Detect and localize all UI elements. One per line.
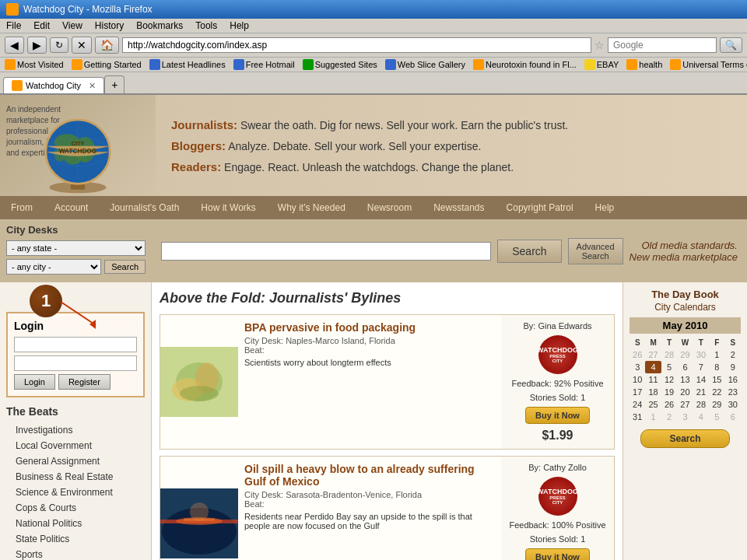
cal-day[interactable]: 2: [661, 411, 677, 423]
cal-day[interactable]: 13: [677, 373, 693, 386]
beat-investigations[interactable]: Investigations: [6, 422, 145, 438]
bookmark-ebay[interactable]: EBAY: [584, 59, 619, 70]
buy-button[interactable]: Buy it Now: [525, 407, 590, 424]
beat-state[interactable]: State Politics: [6, 531, 145, 547]
cal-day[interactable]: 18: [645, 386, 661, 398]
cal-day[interactable]: 7: [693, 361, 709, 373]
cal-day[interactable]: 27: [677, 398, 693, 411]
nav-from[interactable]: From: [0, 196, 44, 219]
nav-help[interactable]: Help: [584, 196, 626, 219]
login-button[interactable]: Login: [14, 374, 55, 390]
cal-day[interactable]: 20: [677, 386, 693, 398]
home-button[interactable]: 🏠: [95, 37, 119, 54]
register-button[interactable]: Register: [58, 374, 110, 390]
reload-button[interactable]: ↻: [50, 37, 68, 53]
back-button[interactable]: ◀: [5, 37, 24, 54]
cal-day[interactable]: 25: [645, 398, 661, 411]
bookmark-suggested[interactable]: Suggested Sites: [303, 59, 377, 70]
beat-general-assignment[interactable]: General Assignment: [6, 453, 145, 469]
beat-science[interactable]: Science & Environment: [6, 485, 145, 500]
forward-button[interactable]: ▶: [27, 37, 47, 54]
menu-view[interactable]: View: [62, 20, 82, 31]
cal-day[interactable]: 1: [709, 348, 724, 361]
cal-day[interactable]: 29: [677, 348, 693, 361]
cal-day[interactable]: 28: [661, 348, 677, 361]
state-select[interactable]: - any state -: [6, 240, 146, 256]
cal-day[interactable]: 12: [661, 373, 677, 386]
bookmark-universal[interactable]: Universal Terms of: [670, 59, 747, 70]
nav-how-it-works[interactable]: How it Works: [190, 196, 266, 219]
bookmark-headlines[interactable]: Latest Headlines: [149, 59, 226, 70]
cal-day[interactable]: 5: [661, 361, 677, 373]
nav-why-needed[interactable]: Why it's Needed: [267, 196, 356, 219]
menu-help[interactable]: Help: [230, 20, 249, 31]
cal-day[interactable]: 24: [630, 398, 645, 411]
bookmark-most-visited[interactable]: Most Visited: [5, 59, 64, 70]
password-input[interactable]: [14, 355, 137, 371]
bookmark-getting-started[interactable]: Getting Started: [72, 59, 142, 70]
calendar-search-button[interactable]: Search: [640, 429, 729, 448]
cal-day[interactable]: 30: [725, 398, 741, 411]
menu-bookmarks[interactable]: Bookmarks: [136, 20, 183, 31]
menu-file[interactable]: File: [6, 20, 21, 31]
advanced-search-button[interactable]: AdvancedSearch: [568, 238, 623, 264]
menu-tools[interactable]: Tools: [195, 20, 217, 31]
nav-newsroom[interactable]: Newsroom: [356, 196, 423, 219]
beat-cops[interactable]: Cops & Courts: [6, 500, 145, 516]
cal-day[interactable]: 4: [693, 411, 709, 423]
address-bar[interactable]: [122, 37, 591, 53]
cal-day[interactable]: 26: [661, 398, 677, 411]
city-search-button[interactable]: Search: [104, 260, 146, 274]
bookmark-hotmail[interactable]: Free Hotmail: [233, 59, 295, 70]
nav-newsstands[interactable]: Newsstands: [423, 196, 495, 219]
cal-day[interactable]: 21: [693, 386, 709, 398]
cal-day[interactable]: 3: [677, 411, 693, 423]
browser-search-button[interactable]: 🔍: [720, 37, 742, 53]
nav-oath[interactable]: Journalist's Oath: [99, 196, 190, 219]
cal-day[interactable]: 11: [645, 373, 661, 386]
buy-button[interactable]: Buy it Now: [525, 548, 590, 560]
cal-day[interactable]: 14: [693, 373, 709, 386]
cal-day[interactable]: 8: [709, 361, 724, 373]
cal-day[interactable]: 26: [630, 348, 645, 361]
bookmark-health[interactable]: health: [626, 59, 662, 70]
cal-day[interactable]: 6: [677, 361, 693, 373]
cal-day[interactable]: 27: [645, 348, 661, 361]
bookmark-webslice[interactable]: Web Slice Gallery: [385, 59, 465, 70]
cal-day[interactable]: 29: [709, 398, 724, 411]
main-search-button[interactable]: Search: [497, 240, 561, 263]
beat-national[interactable]: National Politics: [6, 516, 145, 531]
username-input[interactable]: [14, 337, 137, 352]
stop-button[interactable]: ✕: [72, 37, 92, 54]
new-tab-button[interactable]: +: [104, 75, 124, 93]
cal-day[interactable]: 30: [693, 348, 709, 361]
cal-day[interactable]: 1: [645, 411, 661, 423]
cal-day[interactable]: 9: [725, 361, 741, 373]
tab-close-icon[interactable]: ✕: [89, 81, 96, 91]
menu-history[interactable]: History: [95, 20, 124, 31]
cal-day[interactable]: 16: [725, 373, 741, 386]
cal-day[interactable]: 28: [693, 398, 709, 411]
main-search-input[interactable]: [161, 242, 491, 261]
city-select[interactable]: - any city -: [6, 259, 101, 275]
cal-day[interactable]: 10: [630, 373, 645, 386]
cal-day[interactable]: 31: [630, 411, 645, 423]
cal-day[interactable]: 19: [661, 386, 677, 398]
cal-day[interactable]: 23: [725, 386, 741, 398]
bookmark-star-icon[interactable]: ☆: [594, 39, 605, 51]
article-title[interactable]: BPA pervasive in food packaging: [244, 321, 495, 334]
cal-day[interactable]: 2: [725, 348, 741, 361]
cal-day[interactable]: 17: [630, 386, 645, 398]
menu-edit[interactable]: Edit: [33, 20, 50, 31]
nav-account[interactable]: Account: [44, 196, 99, 219]
cal-day-today[interactable]: 4: [645, 361, 661, 373]
beat-sports[interactable]: Sports: [6, 547, 145, 560]
nav-copyright[interactable]: Copyright Patrol: [496, 196, 584, 219]
browser-search-input[interactable]: [608, 37, 717, 53]
beat-local-government[interactable]: Local Government: [6, 438, 145, 453]
cal-day[interactable]: 3: [630, 361, 645, 373]
beat-business[interactable]: Business & Real Estate: [6, 469, 145, 485]
bookmark-neurotoxin[interactable]: Neurotoxin found in Fl...: [473, 59, 577, 70]
tab-watchdog-city[interactable]: Watchdog City ✕: [3, 77, 104, 93]
cal-day[interactable]: 6: [725, 411, 741, 423]
